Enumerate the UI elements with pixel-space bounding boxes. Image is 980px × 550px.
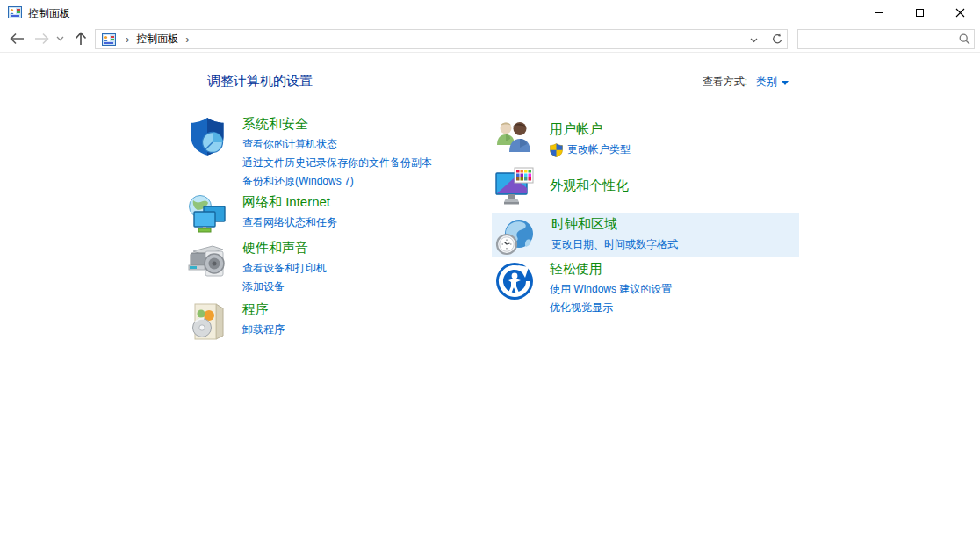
category-link[interactable]: 优化视觉显示 <box>550 299 672 317</box>
category-title[interactable]: 用户帐户 <box>550 120 631 138</box>
category-network-and-internet: 网络和 Internet 查看网络状态和任务 <box>186 193 337 235</box>
category-programs: 程序 卸载程序 <box>186 300 285 343</box>
title-bar: 控制面板 <box>0 0 980 25</box>
category-hardware-and-sound: 硬件和声音 查看设备和打印机 添加设备 <box>186 239 327 296</box>
refresh-icon <box>772 33 783 45</box>
minimize-icon <box>875 12 883 13</box>
category-title[interactable]: 程序 <box>242 300 285 318</box>
close-button[interactable] <box>940 0 980 25</box>
category-appearance-and-personalization: 外观和个性化 <box>494 165 629 207</box>
address-bar[interactable]: › 控制面板 › <box>95 29 767 49</box>
view-by-label: 查看方式: <box>703 75 747 90</box>
two-users-icon <box>494 115 536 157</box>
category-title[interactable]: 网络和 Internet <box>242 193 337 211</box>
control-panel-window: { "window": { "title": "控制面板" }, "toolba… <box>0 0 980 550</box>
up-arrow-icon <box>75 32 87 46</box>
control-panel-icon <box>102 33 116 47</box>
recent-pages-button[interactable] <box>52 28 68 49</box>
category-title[interactable]: 轻松使用 <box>550 260 672 278</box>
chevron-down-icon <box>750 38 758 43</box>
category-link[interactable]: 添加设备 <box>242 278 327 296</box>
category-system-and-security: 系统和安全 查看你的计算机状态 通过文件历史记录保存你的文件备份副本 备份和还原… <box>186 115 432 191</box>
category-link[interactable]: 更改帐户类型 <box>567 141 631 159</box>
category-link[interactable]: 备份和还原(Windows 7) <box>242 172 432 191</box>
network-globe-monitors-icon <box>186 193 228 235</box>
breadcrumb-chevron-icon[interactable]: › <box>119 33 136 46</box>
breadcrumb-chevron-icon[interactable]: › <box>178 33 196 46</box>
monitor-palette-icon <box>494 165 536 207</box>
maximize-button[interactable] <box>899 0 940 25</box>
back-arrow-icon <box>10 33 25 45</box>
page-title: 调整计算机的设置 <box>207 73 313 90</box>
category-title[interactable]: 系统和安全 <box>242 115 432 133</box>
category-ease-of-access: 轻松使用 使用 Windows 建议的设置 优化视觉显示 <box>494 260 672 317</box>
address-dropdown-button[interactable] <box>745 34 763 45</box>
category-link[interactable]: 通过文件历史记录保存你的文件备份副本 <box>242 154 432 172</box>
printer-speaker-icon <box>186 239 228 281</box>
control-panel-icon <box>8 5 22 19</box>
forward-arrow-icon <box>34 33 49 45</box>
category-link[interactable]: 查看网络状态和任务 <box>242 213 337 232</box>
close-icon <box>955 8 965 18</box>
category-link[interactable]: 查看你的计算机状态 <box>242 135 432 154</box>
view-by-value[interactable]: 类别 <box>756 75 777 90</box>
category-user-accounts: 用户帐户 更改帐户类型 <box>494 115 631 159</box>
category-link[interactable]: 查看设备和打印机 <box>242 259 327 278</box>
search-box <box>797 29 975 49</box>
category-link[interactable]: 更改日期、时间或数字格式 <box>551 235 678 254</box>
forward-button[interactable] <box>31 28 52 49</box>
category-link[interactable]: 卸载程序 <box>242 321 285 339</box>
search-icon[interactable] <box>955 33 974 45</box>
breadcrumb-item-control-panel[interactable]: 控制面板 <box>136 32 178 47</box>
security-shield-icon <box>186 115 228 157</box>
category-clock-and-region[interactable]: 时钟和区域 更改日期、时间或数字格式 <box>492 213 799 257</box>
back-button[interactable] <box>6 28 27 49</box>
view-by-dropdown-icon[interactable] <box>782 81 789 85</box>
globe-clock-icon <box>495 215 537 257</box>
ease-of-access-icon <box>494 260 536 302</box>
search-input[interactable] <box>798 30 955 48</box>
minimize-button[interactable] <box>859 0 899 25</box>
uac-shield-icon <box>550 143 563 157</box>
refresh-button[interactable] <box>767 29 788 49</box>
up-button[interactable] <box>70 28 91 49</box>
navigation-toolbar: › 控制面板 › <box>0 25 980 53</box>
category-link[interactable]: 使用 Windows 建议的设置 <box>550 280 672 299</box>
chevron-down-icon <box>56 36 64 41</box>
category-title[interactable]: 外观和个性化 <box>550 177 629 194</box>
maximize-icon <box>916 9 924 17</box>
window-title: 控制面板 <box>28 6 70 21</box>
category-title[interactable]: 时钟和区域 <box>551 215 678 233</box>
software-box-cd-icon <box>186 300 228 343</box>
category-title[interactable]: 硬件和声音 <box>242 239 327 257</box>
view-by-control: 查看方式: 类别 <box>703 75 789 90</box>
